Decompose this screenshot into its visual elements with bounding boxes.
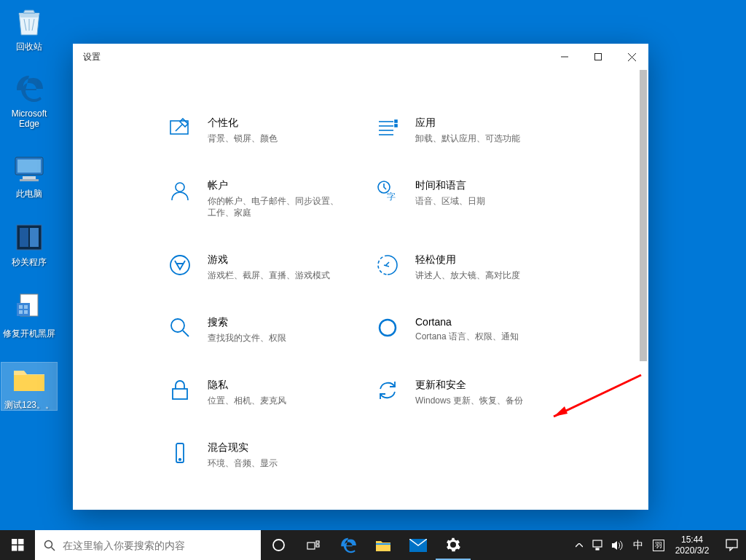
category-cortana[interactable]: CortanaCortana 语言、权限、通知 (372, 312, 572, 345)
desktop-icon-shortcut1[interactable]: 秒关程序 (1, 220, 57, 267)
category-gaming[interactable]: 游戏游戏栏、截屏、直播、游戏模式 (164, 249, 364, 283)
svg-rect-1 (17, 159, 41, 173)
svg-rect-2 (23, 176, 36, 179)
svg-rect-10 (24, 305, 28, 309)
svg-line-41 (52, 547, 55, 551)
svg-rect-12 (24, 310, 28, 314)
category-title: 混合现实 (208, 441, 278, 454)
svg-line-29 (183, 331, 189, 336)
category-apps[interactable]: 应用卸载、默认应用、可选功能 (372, 112, 572, 146)
ime-indicator[interactable]: 中 (627, 530, 650, 560)
edge-icon (12, 71, 47, 106)
category-mixed[interactable]: 混合现实环境、音频、显示 (164, 437, 364, 470)
privacy-icon (165, 376, 195, 405)
app-icon (12, 220, 47, 255)
category-update[interactable]: 更新和安全Windows 更新、恢复、备份 (372, 374, 572, 408)
taskbar-search[interactable] (35, 530, 261, 560)
svg-rect-36 (12, 539, 17, 545)
svg-text:字: 字 (387, 192, 396, 202)
action-center-icon[interactable] (717, 530, 746, 560)
svg-point-27 (170, 256, 189, 275)
this-pc-icon (12, 151, 47, 186)
category-title: 游戏 (208, 253, 330, 267)
svg-rect-48 (593, 540, 602, 547)
gaming-icon (165, 251, 195, 280)
search-icon (165, 313, 195, 342)
ease-icon (373, 251, 402, 280)
maximize-button[interactable] (581, 44, 615, 70)
search-input[interactable] (63, 540, 261, 551)
desktop-icon-edge[interactable]: Microsoft Edge (1, 71, 57, 129)
svg-rect-49 (596, 548, 599, 550)
svg-rect-31 (173, 389, 187, 399)
regedit-icon (12, 291, 47, 326)
start-button[interactable] (0, 530, 35, 560)
svg-rect-37 (18, 539, 24, 545)
category-subtitle: 卸载、默认应用、可选功能 (415, 133, 520, 144)
svg-rect-46 (376, 543, 390, 545)
apps-icon (373, 114, 402, 143)
search-icon (44, 540, 55, 551)
personalization-icon (165, 114, 195, 143)
cortana-icon (373, 313, 402, 342)
category-subtitle: Windows 更新、恢复、备份 (415, 395, 523, 406)
category-title: 应用 (415, 117, 520, 130)
svg-point-28 (171, 319, 184, 332)
tray-network-icon[interactable] (589, 530, 608, 560)
category-title: 搜索 (208, 316, 286, 329)
category-subtitle: 查找我的文件、权限 (208, 332, 286, 344)
update-icon (373, 376, 402, 405)
task-view-button[interactable] (296, 530, 331, 560)
svg-rect-44 (316, 541, 319, 543)
desktop-icon-folder[interactable]: 测试123。。 (1, 363, 57, 410)
window-title: 设置 (83, 51, 101, 63)
taskbar-clock[interactable]: 15:44 2020/3/2 (667, 530, 717, 560)
svg-point-24 (176, 183, 184, 192)
tray-volume-icon[interactable] (608, 530, 627, 560)
taskbar-app-edge[interactable] (331, 530, 366, 560)
svg-rect-39 (18, 545, 24, 551)
category-title: 个性化 (208, 117, 278, 130)
svg-rect-5 (20, 228, 28, 247)
desktop-icon-recycle-bin[interactable]: 回收站 (1, 4, 57, 52)
cortana-button[interactable] (261, 530, 296, 560)
category-subtitle: 环境、音频、显示 (208, 457, 278, 469)
svg-rect-9 (19, 305, 23, 309)
tray-chevron-icon[interactable] (570, 530, 589, 560)
ime-mode[interactable]: 羽 (653, 540, 664, 551)
taskbar-app-explorer[interactable] (366, 530, 401, 560)
category-title: 帐户 (208, 179, 346, 192)
svg-rect-11 (19, 310, 23, 314)
scrollbar-thumb[interactable] (640, 70, 647, 361)
category-title: 隐私 (208, 379, 286, 392)
recycle-bin-icon (12, 4, 47, 39)
category-title: 更新和安全 (415, 379, 523, 392)
svg-rect-14 (595, 54, 602, 60)
category-time[interactable]: 字时间和语言语音、区域、日期 (372, 175, 572, 220)
svg-rect-43 (307, 543, 315, 549)
taskbar-app-mail[interactable] (401, 530, 436, 560)
close-button[interactable] (615, 44, 648, 70)
svg-rect-22 (395, 120, 397, 122)
svg-rect-50 (726, 540, 737, 548)
desktop-icon-this-pc[interactable]: 此电脑 (1, 151, 57, 199)
category-accounts[interactable]: 帐户你的帐户、电子邮件、同步设置、工作、家庭 (164, 175, 364, 220)
category-search[interactable]: 搜索查找我的文件、权限 (164, 312, 364, 345)
category-subtitle: 语音、区域、日期 (415, 195, 485, 207)
category-subtitle: Cortana 语言、权限、通知 (415, 331, 519, 342)
category-title: Cortana (415, 316, 519, 328)
titlebar[interactable]: 设置 (73, 44, 648, 70)
minimize-button[interactable] (548, 44, 581, 70)
category-subtitle: 你的帐户、电子邮件、同步设置、工作、家庭 (208, 195, 346, 218)
category-privacy[interactable]: 隐私位置、相机、麦克风 (164, 374, 364, 408)
svg-rect-6 (30, 228, 39, 247)
taskbar-app-settings[interactable] (436, 530, 471, 560)
category-ease[interactable]: 轻松使用讲述人、放大镜、高对比度 (372, 249, 572, 283)
category-title: 时间和语言 (415, 179, 485, 192)
svg-rect-8 (17, 303, 30, 316)
category-subtitle: 位置、相机、麦克风 (208, 395, 286, 406)
time-icon: 字 (373, 176, 402, 205)
scrollbar[interactable] (640, 70, 647, 510)
category-personalization[interactable]: 个性化背景、锁屏、颜色 (164, 112, 364, 146)
desktop-icon-shortcut2[interactable]: 修复开机黑屏 (1, 291, 57, 339)
